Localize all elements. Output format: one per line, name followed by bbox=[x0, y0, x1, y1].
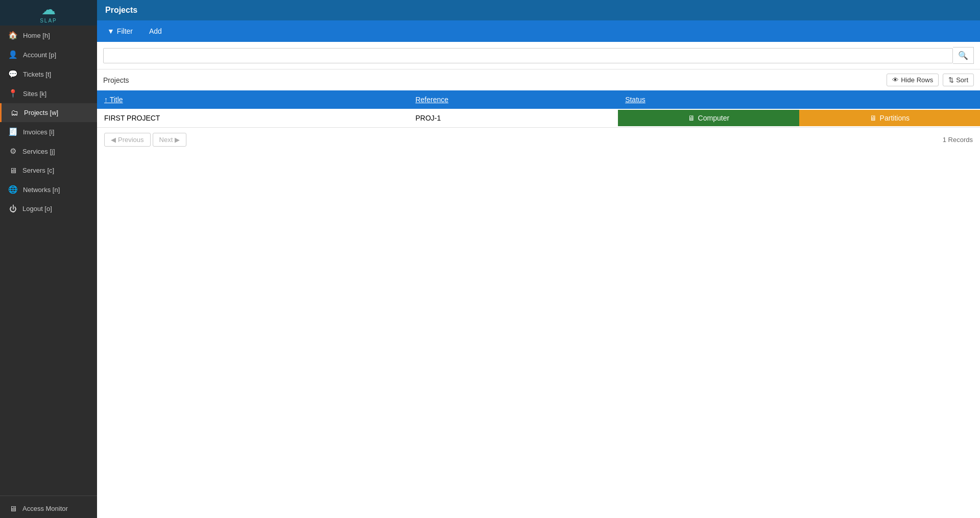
status-btn-computer[interactable]: 🖥 Computer bbox=[618, 110, 799, 126]
sidebar-item-label: Tickets [t] bbox=[23, 70, 51, 78]
records-count: 1 Records bbox=[943, 136, 973, 144]
filter-label: Filter bbox=[117, 27, 133, 35]
tickets-icon: 💬 bbox=[8, 69, 18, 79]
sidebar-item-services[interactable]: ⚙ Services [j] bbox=[0, 142, 97, 161]
status-cell: 🖥 Computer🖥 Partitions bbox=[618, 110, 980, 126]
sites-icon: 📍 bbox=[8, 89, 18, 98]
home-icon: 🏠 bbox=[8, 31, 18, 40]
page-title: Projects bbox=[105, 6, 137, 15]
table-actions: 👁 Hide Rows ⇅ Sort bbox=[887, 74, 974, 86]
networks-icon: 🌐 bbox=[8, 185, 18, 194]
eye-icon: 👁 bbox=[892, 76, 899, 84]
cell-status: 🖥 Computer🖥 Partitions bbox=[618, 109, 980, 128]
sidebar-item-networks[interactable]: 🌐 Networks [n] bbox=[0, 180, 97, 199]
sidebar-item-label: Networks [n] bbox=[23, 186, 60, 194]
logo-text: SLAP bbox=[40, 18, 57, 23]
sidebar-item-access-monitor[interactable]: 🖥 Access Monitor bbox=[0, 499, 97, 518]
logo-icon: ☁ bbox=[41, 3, 56, 17]
filter-icon: ▼ bbox=[107, 27, 114, 35]
search-button[interactable]: 🔍 bbox=[953, 47, 974, 64]
next-icon: ▶ bbox=[175, 136, 180, 144]
pagination: ◀ Previous Next ▶ 1 Records bbox=[97, 128, 980, 152]
sidebar-item-label: Home [h] bbox=[23, 32, 50, 39]
sidebar-item-label: Services [j] bbox=[22, 148, 55, 155]
access-monitor-icon: 🖥 bbox=[8, 504, 17, 513]
table-header-row: ↑ Title Reference Status bbox=[97, 90, 980, 109]
previous-button[interactable]: ◀ Previous bbox=[104, 133, 151, 147]
hide-rows-label: Hide Rows bbox=[901, 76, 933, 84]
bottom-nav: 🖥 Access Monitor bbox=[0, 499, 97, 518]
status-sort-link[interactable]: Status bbox=[625, 96, 646, 104]
status-btn-partitions[interactable]: 🖥 Partitions bbox=[799, 110, 980, 126]
col-reference: Reference bbox=[408, 90, 618, 109]
search-input[interactable] bbox=[103, 48, 953, 63]
services-icon: ⚙ bbox=[8, 147, 17, 156]
projects-icon: 🗂 bbox=[10, 108, 19, 117]
title-sort-link[interactable]: ↑ Title bbox=[104, 96, 123, 104]
table-row: FIRST PROJECTPROJ-1🖥 Computer🖥 Partition… bbox=[97, 109, 980, 128]
sidebar-item-logout[interactable]: ⏻ Logout [o] bbox=[0, 199, 97, 218]
search-bar: 🔍 bbox=[97, 42, 980, 69]
filter-button[interactable]: ▼ Filter bbox=[103, 25, 137, 37]
monitor-icon: 🖥 bbox=[870, 114, 877, 122]
sidebar: ☁ SLAP 🏠 Home [h]👤 Account [p]💬 Tickets … bbox=[0, 0, 97, 518]
logout-icon: ⏻ bbox=[8, 204, 17, 213]
cell-title: FIRST PROJECT bbox=[97, 109, 408, 128]
sidebar-item-label: Invoices [i] bbox=[23, 128, 54, 136]
main-content: Projects ▼ Filter Add 🔍 Projects 👁 Hide … bbox=[97, 0, 980, 518]
invoices-icon: 🧾 bbox=[8, 127, 18, 136]
sidebar-item-account[interactable]: 👤 Account [p] bbox=[0, 45, 97, 64]
prev-icon: ◀ bbox=[111, 136, 116, 144]
actionbar: ▼ Filter Add bbox=[97, 20, 980, 42]
pagination-buttons: ◀ Previous Next ▶ bbox=[104, 133, 186, 147]
sidebar-item-label: Servers [c] bbox=[22, 167, 54, 174]
cell-reference: PROJ-1 bbox=[408, 109, 618, 128]
table-header-bar: Projects 👁 Hide Rows ⇅ Sort bbox=[97, 69, 980, 90]
col-title: ↑ Title bbox=[97, 90, 408, 109]
sidebar-item-invoices[interactable]: 🧾 Invoices [i] bbox=[0, 122, 97, 142]
sidebar-item-sites[interactable]: 📍 Sites [k] bbox=[0, 84, 97, 103]
table-body: FIRST PROJECTPROJ-1🖥 Computer🖥 Partition… bbox=[97, 109, 980, 128]
logo-area: ☁ SLAP bbox=[0, 0, 97, 26]
projects-table: ↑ Title Reference Status FIRST PROJECTPR… bbox=[97, 90, 980, 128]
hide-rows-button[interactable]: 👁 Hide Rows bbox=[887, 74, 939, 86]
reference-sort-link[interactable]: Reference bbox=[415, 96, 448, 104]
sidebar-item-servers[interactable]: 🖥 Servers [c] bbox=[0, 161, 97, 180]
previous-label: Previous bbox=[118, 136, 144, 144]
table-label: Projects bbox=[103, 76, 129, 84]
nav-items: 🏠 Home [h]👤 Account [p]💬 Tickets [t]📍 Si… bbox=[0, 26, 97, 492]
next-button[interactable]: Next ▶ bbox=[153, 133, 187, 147]
sidebar-item-label: Logout [o] bbox=[22, 205, 52, 213]
account-icon: 👤 bbox=[8, 50, 18, 59]
sort-button[interactable]: ⇅ Sort bbox=[943, 74, 974, 86]
monitor-icon: 🖥 bbox=[688, 114, 695, 122]
next-label: Next bbox=[159, 136, 173, 144]
add-label: Add bbox=[149, 27, 162, 35]
sidebar-item-label: Access Monitor bbox=[22, 505, 68, 512]
sidebar-item-tickets[interactable]: 💬 Tickets [t] bbox=[0, 64, 97, 84]
sidebar-item-label: Projects [w] bbox=[24, 109, 58, 116]
topbar: Projects bbox=[97, 0, 980, 20]
servers-icon: 🖥 bbox=[8, 166, 17, 175]
sidebar-item-projects[interactable]: 🗂 Projects [w] bbox=[0, 103, 97, 122]
col-status: Status bbox=[618, 90, 980, 109]
sort-icon: ⇅ bbox=[948, 76, 954, 84]
sort-label: Sort bbox=[956, 76, 968, 84]
content-area: Projects 👁 Hide Rows ⇅ Sort ↑ Title bbox=[97, 69, 980, 518]
sidebar-item-label: Sites [k] bbox=[23, 90, 46, 98]
add-button[interactable]: Add bbox=[145, 25, 166, 37]
sidebar-item-home[interactable]: 🏠 Home [h] bbox=[0, 26, 97, 45]
sidebar-item-label: Account [p] bbox=[23, 51, 56, 59]
